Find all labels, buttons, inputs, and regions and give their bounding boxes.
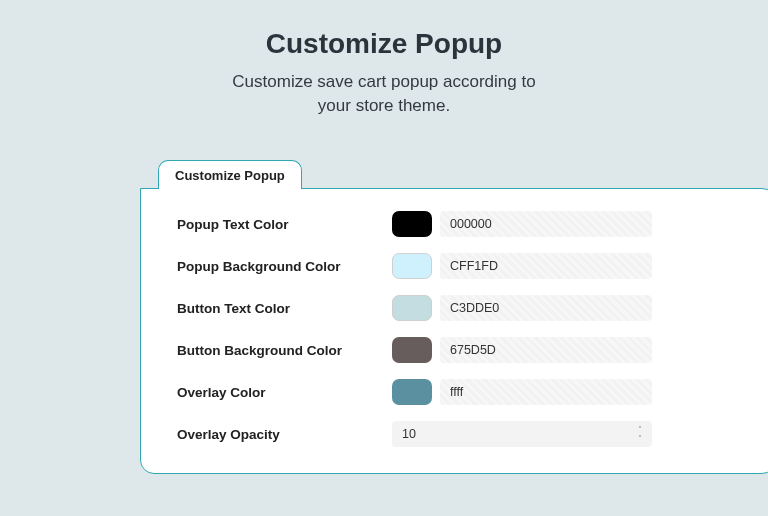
input-button-bg-color[interactable] [440, 337, 652, 363]
row-overlay-color: Overlay Color [171, 379, 747, 405]
label-overlay-opacity: Overlay Opacity [171, 427, 392, 442]
swatch-popup-text-color[interactable] [392, 211, 432, 237]
label-popup-bg-color: Popup Background Color [171, 259, 392, 274]
page-subtitle: Customize save cart popup according to y… [214, 70, 554, 118]
swatch-button-text-color[interactable] [392, 295, 432, 321]
input-overlay-color[interactable] [440, 379, 652, 405]
row-button-text-color: Button Text Color [171, 295, 747, 321]
page-title: Customize Popup [0, 28, 768, 60]
tab-customize-popup[interactable]: Customize Popup [158, 160, 302, 189]
customize-popup-panel: Popup Text Color Popup Background Color … [140, 188, 768, 474]
label-overlay-color: Overlay Color [171, 385, 392, 400]
swatch-button-bg-color[interactable] [392, 337, 432, 363]
input-button-text-color[interactable] [440, 295, 652, 321]
chevron-up-icon[interactable]: ˄ [638, 426, 642, 434]
label-button-bg-color: Button Background Color [171, 343, 392, 358]
tab-seam [159, 189, 287, 193]
row-popup-text-color: Popup Text Color [171, 211, 747, 237]
label-popup-text-color: Popup Text Color [171, 217, 392, 232]
input-popup-text-color[interactable] [440, 211, 652, 237]
swatch-popup-bg-color[interactable] [392, 253, 432, 279]
stepper-overlay-opacity[interactable]: ˄ ˅ [632, 423, 648, 445]
row-popup-bg-color: Popup Background Color [171, 253, 747, 279]
row-overlay-opacity: Overlay Opacity ˄ ˅ [171, 421, 747, 447]
input-popup-bg-color[interactable] [440, 253, 652, 279]
label-button-text-color: Button Text Color [171, 301, 392, 316]
input-overlay-opacity[interactable] [392, 421, 652, 447]
swatch-overlay-color[interactable] [392, 379, 432, 405]
row-button-bg-color: Button Background Color [171, 337, 747, 363]
chevron-down-icon[interactable]: ˅ [638, 435, 642, 443]
